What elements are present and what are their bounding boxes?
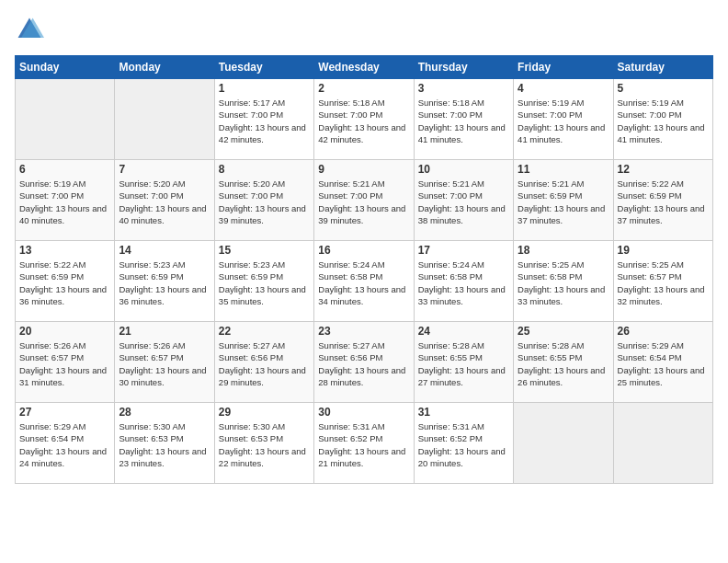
calendar-cell: 22 Sunrise: 5:27 AM Sunset: 6:56 PM Dayl…: [214, 322, 313, 403]
cell-info: Sunrise: 5:25 AM Sunset: 6:57 PM Dayligh…: [618, 259, 709, 307]
calendar-cell: [613, 403, 712, 484]
calendar-cell: 21 Sunrise: 5:26 AM Sunset: 6:57 PM Dayl…: [115, 322, 214, 403]
day-number: 20: [19, 325, 110, 338]
calendar-cell: 14 Sunrise: 5:23 AM Sunset: 6:59 PM Dayl…: [115, 241, 214, 322]
day-number: 9: [318, 163, 409, 176]
day-header-friday: Friday: [514, 56, 613, 79]
day-number: 18: [518, 244, 609, 257]
calendar-body: 1 Sunrise: 5:17 AM Sunset: 7:00 PM Dayli…: [16, 79, 713, 484]
cell-info: Sunrise: 5:22 AM Sunset: 6:59 PM Dayligh…: [618, 178, 709, 226]
calendar-cell: 18 Sunrise: 5:25 AM Sunset: 6:58 PM Dayl…: [514, 241, 613, 322]
day-number: 5: [618, 82, 709, 95]
cell-info: Sunrise: 5:21 AM Sunset: 7:00 PM Dayligh…: [318, 178, 409, 226]
calendar-week-1: 1 Sunrise: 5:17 AM Sunset: 7:00 PM Dayli…: [16, 79, 713, 160]
calendar-cell: 1 Sunrise: 5:17 AM Sunset: 7:00 PM Dayli…: [214, 79, 313, 160]
day-header-saturday: Saturday: [613, 56, 712, 79]
cell-info: Sunrise: 5:25 AM Sunset: 6:58 PM Dayligh…: [518, 259, 609, 307]
cell-info: Sunrise: 5:19 AM Sunset: 7:00 PM Dayligh…: [518, 97, 609, 145]
day-number: 15: [219, 244, 310, 257]
cell-info: Sunrise: 5:27 AM Sunset: 6:56 PM Dayligh…: [219, 339, 310, 388]
day-number: 28: [119, 406, 210, 419]
cell-info: Sunrise: 5:29 AM Sunset: 6:54 PM Dayligh…: [618, 339, 709, 388]
cell-info: Sunrise: 5:23 AM Sunset: 6:59 PM Dayligh…: [219, 259, 310, 307]
calendar-cell: [16, 79, 115, 160]
cell-info: Sunrise: 5:30 AM Sunset: 6:53 PM Dayligh…: [219, 420, 310, 469]
day-number: 22: [219, 325, 310, 338]
cell-info: Sunrise: 5:29 AM Sunset: 6:54 PM Dayligh…: [19, 420, 110, 469]
day-number: 6: [19, 163, 110, 176]
calendar-cell: 28 Sunrise: 5:30 AM Sunset: 6:53 PM Dayl…: [115, 403, 214, 484]
day-number: 3: [418, 82, 509, 95]
cell-info: Sunrise: 5:20 AM Sunset: 7:00 PM Dayligh…: [119, 178, 210, 226]
cell-info: Sunrise: 5:30 AM Sunset: 6:53 PM Dayligh…: [119, 420, 210, 469]
calendar-cell: 17 Sunrise: 5:24 AM Sunset: 6:58 PM Dayl…: [414, 241, 513, 322]
day-number: 29: [219, 406, 310, 419]
day-header-sunday: Sunday: [16, 56, 115, 79]
calendar-cell: 27 Sunrise: 5:29 AM Sunset: 6:54 PM Dayl…: [16, 403, 115, 484]
calendar-week-2: 6 Sunrise: 5:19 AM Sunset: 7:00 PM Dayli…: [16, 160, 713, 241]
calendar-week-3: 13 Sunrise: 5:22 AM Sunset: 6:59 PM Dayl…: [16, 241, 713, 322]
calendar-cell: 11 Sunrise: 5:21 AM Sunset: 6:59 PM Dayl…: [514, 160, 613, 241]
calendar-week-4: 20 Sunrise: 5:26 AM Sunset: 6:57 PM Dayl…: [16, 322, 713, 403]
day-header-thursday: Thursday: [414, 56, 513, 79]
cell-info: Sunrise: 5:24 AM Sunset: 6:58 PM Dayligh…: [318, 259, 409, 307]
calendar-cell: 8 Sunrise: 5:20 AM Sunset: 7:00 PM Dayli…: [214, 160, 313, 241]
day-number: 17: [418, 244, 509, 257]
calendar-cell: 10 Sunrise: 5:21 AM Sunset: 7:00 PM Dayl…: [414, 160, 513, 241]
day-number: 23: [318, 325, 409, 338]
cell-info: Sunrise: 5:31 AM Sunset: 6:52 PM Dayligh…: [318, 420, 409, 469]
calendar-table: SundayMondayTuesdayWednesdayThursdayFrid…: [15, 55, 713, 484]
calendar-cell: 30 Sunrise: 5:31 AM Sunset: 6:52 PM Dayl…: [314, 403, 414, 484]
logo: [15, 15, 48, 44]
day-number: 16: [318, 244, 409, 257]
calendar-cell: [514, 403, 613, 484]
day-number: 30: [318, 406, 409, 419]
calendar-cell: 9 Sunrise: 5:21 AM Sunset: 7:00 PM Dayli…: [314, 160, 414, 241]
day-number: 31: [418, 406, 509, 419]
calendar-cell: 13 Sunrise: 5:22 AM Sunset: 6:59 PM Dayl…: [16, 241, 115, 322]
calendar-cell: 2 Sunrise: 5:18 AM Sunset: 7:00 PM Dayli…: [314, 79, 414, 160]
calendar-cell: 4 Sunrise: 5:19 AM Sunset: 7:00 PM Dayli…: [514, 79, 613, 160]
day-number: 7: [119, 163, 210, 176]
calendar-cell: 24 Sunrise: 5:28 AM Sunset: 6:55 PM Dayl…: [414, 322, 513, 403]
calendar-cell: [115, 79, 214, 160]
day-number: 24: [418, 325, 509, 338]
cell-info: Sunrise: 5:21 AM Sunset: 7:00 PM Dayligh…: [418, 178, 509, 226]
calendar-cell: 3 Sunrise: 5:18 AM Sunset: 7:00 PM Dayli…: [414, 79, 513, 160]
calendar-cell: 6 Sunrise: 5:19 AM Sunset: 7:00 PM Dayli…: [16, 160, 115, 241]
page-header: [15, 15, 713, 44]
day-number: 10: [418, 163, 509, 176]
logo-icon: [15, 15, 44, 44]
calendar-cell: 7 Sunrise: 5:20 AM Sunset: 7:00 PM Dayli…: [115, 160, 214, 241]
cell-info: Sunrise: 5:27 AM Sunset: 6:56 PM Dayligh…: [318, 339, 409, 388]
cell-info: Sunrise: 5:31 AM Sunset: 6:52 PM Dayligh…: [418, 420, 509, 469]
day-header-wednesday: Wednesday: [314, 56, 414, 79]
day-header-tuesday: Tuesday: [214, 56, 313, 79]
day-number: 14: [119, 244, 210, 257]
calendar-cell: 23 Sunrise: 5:27 AM Sunset: 6:56 PM Dayl…: [314, 322, 414, 403]
cell-info: Sunrise: 5:17 AM Sunset: 7:00 PM Dayligh…: [219, 97, 310, 145]
day-number: 21: [119, 325, 210, 338]
day-header-monday: Monday: [115, 56, 214, 79]
day-number: 11: [518, 163, 609, 176]
day-number: 25: [518, 325, 609, 338]
day-number: 13: [19, 244, 110, 257]
calendar-cell: 20 Sunrise: 5:26 AM Sunset: 6:57 PM Dayl…: [16, 322, 115, 403]
calendar-cell: 31 Sunrise: 5:31 AM Sunset: 6:52 PM Dayl…: [414, 403, 513, 484]
calendar-cell: 5 Sunrise: 5:19 AM Sunset: 7:00 PM Dayli…: [613, 79, 712, 160]
cell-info: Sunrise: 5:28 AM Sunset: 6:55 PM Dayligh…: [418, 339, 509, 388]
cell-info: Sunrise: 5:22 AM Sunset: 6:59 PM Dayligh…: [19, 259, 110, 307]
calendar-week-5: 27 Sunrise: 5:29 AM Sunset: 6:54 PM Dayl…: [16, 403, 713, 484]
calendar-cell: 16 Sunrise: 5:24 AM Sunset: 6:58 PM Dayl…: [314, 241, 414, 322]
calendar-cell: 19 Sunrise: 5:25 AM Sunset: 6:57 PM Dayl…: [613, 241, 712, 322]
cell-info: Sunrise: 5:26 AM Sunset: 6:57 PM Dayligh…: [119, 339, 210, 388]
cell-info: Sunrise: 5:18 AM Sunset: 7:00 PM Dayligh…: [418, 97, 509, 145]
day-number: 4: [518, 82, 609, 95]
cell-info: Sunrise: 5:19 AM Sunset: 7:00 PM Dayligh…: [19, 178, 110, 226]
day-number: 1: [219, 82, 310, 95]
cell-info: Sunrise: 5:24 AM Sunset: 6:58 PM Dayligh…: [418, 259, 509, 307]
day-number: 19: [618, 244, 709, 257]
day-number: 26: [618, 325, 709, 338]
day-number: 27: [19, 406, 110, 419]
cell-info: Sunrise: 5:28 AM Sunset: 6:55 PM Dayligh…: [518, 339, 609, 388]
